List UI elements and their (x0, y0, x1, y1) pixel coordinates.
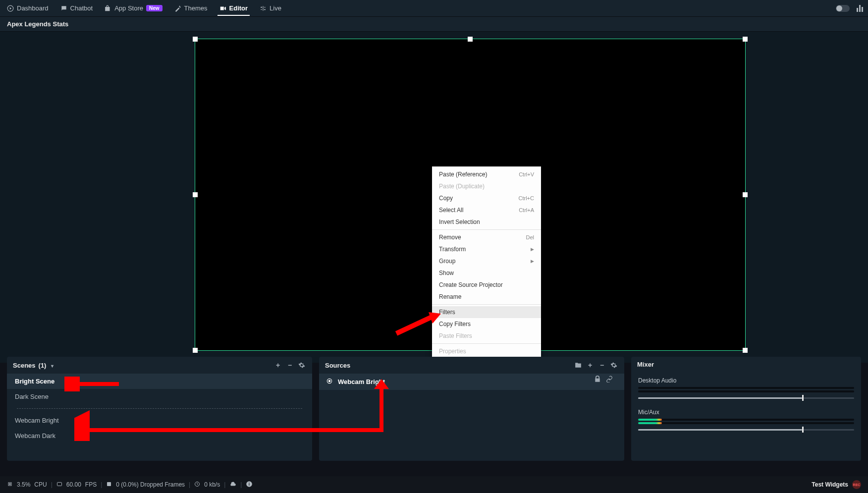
resize-handle-nw[interactable] (193, 37, 198, 42)
ctx-copy-filters[interactable]: Copy Filters (432, 318, 541, 330)
ctx-paste-filters: Paste Filters (432, 330, 541, 342)
nav-app-store[interactable]: App StoreNew (103, 0, 164, 16)
wand-icon (174, 5, 181, 12)
ctx-show[interactable]: Show (432, 267, 541, 279)
svg-point-2 (264, 9, 265, 10)
ctx-filters[interactable]: Filters (432, 306, 541, 318)
nav-dashboard[interactable]: Dashboard (5, 0, 51, 16)
resize-handle-n[interactable] (468, 37, 473, 42)
svg-rect-7 (57, 482, 61, 486)
ctx-paste-reference-[interactable]: Paste (Reference)Ctrl+V (432, 168, 541, 180)
bottom-panels: Scenes (1) + − Bright SceneDark SceneWeb… (7, 357, 861, 461)
dark-mode-toggle[interactable] (836, 5, 850, 12)
svg-text:i: i (249, 482, 250, 486)
scene-item[interactable]: Bright Scene (7, 374, 312, 389)
cpu-icon (7, 481, 13, 489)
bitrate-icon (194, 481, 200, 489)
context-menu: Paste (Reference)Ctrl+VPaste (Duplicate)… (432, 166, 541, 375)
fps-value: 60.00 (66, 481, 81, 488)
lock-icon[interactable] (594, 376, 601, 384)
scene-item[interactable]: Dark Scene (7, 389, 312, 404)
mixer-channel-label: Mic/Aux (638, 409, 854, 416)
play-circle-icon (7, 5, 14, 12)
ctx-group[interactable]: Group▶ (432, 255, 541, 267)
cpu-label: CPU (34, 481, 47, 488)
info-icon[interactable]: i (246, 481, 253, 489)
ctx-create-source-projector[interactable]: Create Source Projector (432, 279, 541, 291)
equalizer-icon (260, 5, 267, 12)
scene-item[interactable]: Webcam Dark (7, 428, 312, 443)
new-badge: New (146, 5, 163, 11)
resize-handle-ne[interactable] (743, 37, 748, 42)
target-icon (326, 378, 333, 386)
add-folder-button[interactable] (574, 361, 583, 370)
nav-editor[interactable]: Editor (217, 0, 250, 16)
mixer-panel: Mixer Desktop Audio Mic/Aux (631, 357, 861, 461)
fps-label: FPS (85, 481, 97, 488)
audio-levels-icon[interactable] (857, 5, 863, 12)
ctx-copy[interactable]: CopyCtrl+C (432, 192, 541, 204)
ctx-invert-selection[interactable]: Invert Selection (432, 216, 541, 228)
add-source-button[interactable]: + (586, 361, 595, 370)
sources-title: Sources (325, 362, 350, 369)
ctx-properties: Properties (432, 345, 541, 357)
add-scene-button[interactable]: + (273, 361, 282, 370)
dropped-frames: 0 (0.0%) Dropped Frames (116, 481, 185, 488)
ctx-remove[interactable]: RemoveDel (432, 231, 541, 243)
resize-handle-e[interactable] (743, 192, 748, 197)
scene-item[interactable]: Webcam Bright (7, 413, 312, 428)
resize-handle-sw[interactable] (193, 348, 198, 353)
mixer-channel: Mic/Aux (631, 404, 861, 436)
subheader: Apex Legends Stats (0, 17, 868, 32)
status-bar: 3.5% CPU | 60.00 FPS | 0 (0.0%) Dropped … (0, 476, 868, 493)
source-item[interactable]: Webcam Bright (319, 374, 624, 390)
bitrate-value: 0 kb/s (204, 481, 220, 488)
record-button[interactable]: REC (852, 480, 861, 489)
mixer-meter (638, 390, 854, 392)
resize-handle-w[interactable] (193, 192, 198, 197)
sources-panel: Sources + − Webcam Bright (319, 357, 624, 461)
mixer-volume-slider[interactable] (638, 397, 854, 399)
nav-themes[interactable]: Themes (172, 0, 210, 16)
mixer-meter (638, 387, 854, 389)
ctx-select-all[interactable]: Select AllCtrl+A (432, 204, 541, 216)
camera-icon (219, 5, 226, 12)
remove-source-button[interactable]: − (597, 361, 606, 370)
fps-icon (56, 481, 62, 489)
ctx-rename[interactable]: Rename (432, 291, 541, 303)
mixer-title: Mixer (637, 361, 654, 368)
scenes-panel: Scenes (1) + − Bright SceneDark SceneWeb… (7, 357, 312, 461)
nav-chatbot[interactable]: Chatbot (58, 0, 95, 16)
chevron-down-icon[interactable] (49, 362, 54, 369)
link-icon[interactable] (606, 376, 613, 384)
source-row-actions (594, 376, 613, 384)
mixer-meter (638, 422, 854, 424)
top-nav: DashboardChatbotApp StoreNewThemesEditor… (0, 0, 868, 17)
svg-point-4 (328, 380, 330, 382)
dropped-icon (106, 481, 112, 489)
svg-rect-8 (107, 482, 111, 486)
mixer-meter (638, 419, 854, 421)
scenes-list: Bright SceneDark SceneWebcam BrightWebca… (7, 374, 312, 461)
mixer-volume-slider[interactable] (638, 429, 854, 431)
mixer-channel-label: Desktop Audio (638, 377, 854, 384)
nav-live[interactable]: Live (258, 0, 283, 16)
svg-point-1 (261, 6, 262, 7)
chat-icon (60, 5, 67, 12)
resize-handle-se[interactable] (743, 348, 748, 353)
source-settings-button[interactable] (609, 361, 618, 370)
bag-icon (105, 5, 111, 12)
scene-settings-button[interactable] (297, 361, 306, 370)
page-title: Apex Legends Stats (7, 20, 68, 28)
remove-scene-button[interactable]: − (285, 361, 294, 370)
ctx-transform[interactable]: Transform▶ (432, 243, 541, 255)
ctx-paste-duplicate-: Paste (Duplicate) (432, 180, 541, 192)
mixer-body: Desktop Audio Mic/Aux (631, 372, 861, 461)
scenes-count: (1) (39, 362, 47, 369)
cpu-value: 3.5% (17, 481, 30, 488)
sources-list: Webcam Bright (319, 374, 624, 461)
scenes-title: Scenes (13, 362, 36, 369)
test-widgets-button[interactable]: Test Widgets (812, 481, 848, 488)
mixer-channel: Desktop Audio (631, 372, 861, 404)
cloud-icon[interactable] (229, 481, 236, 489)
